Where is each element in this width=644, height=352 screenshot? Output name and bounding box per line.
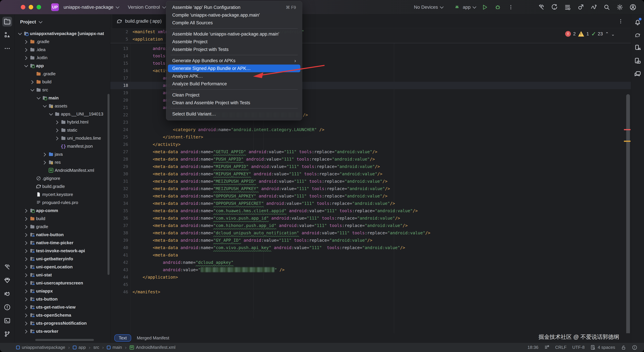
menu-item-clean-project[interactable]: Clean Project (168, 91, 300, 99)
profiler-cat-button[interactable] (2, 289, 12, 299)
more-tools-button[interactable] (2, 43, 12, 53)
chevron-right-icon[interactable] (23, 225, 29, 228)
running-devices-icon[interactable] (634, 57, 641, 64)
chevron-down-icon[interactable] (42, 105, 47, 107)
project-tool-button[interactable] (2, 17, 12, 26)
tab-text-view[interactable]: Text (114, 335, 131, 342)
chevron-down-icon[interactable] (48, 113, 54, 115)
minimize-window-icon[interactable] (29, 5, 33, 9)
chevron-right-icon[interactable] (23, 209, 29, 212)
tree-item-uts-progressnotification[interactable]: uts-progressNotification (14, 319, 110, 327)
code-line-38[interactable]: 38 <meta-data android:name="dcloud_unipu… (110, 229, 631, 237)
code-line-27[interactable]: 27 <meta-data android:name="GETUI_APPID"… (110, 148, 631, 156)
chevron-right-icon[interactable] (23, 56, 29, 59)
chevron-right-icon[interactable] (23, 274, 29, 276)
chevron-right-icon[interactable] (23, 241, 29, 244)
chevron-down-icon[interactable] (36, 96, 41, 99)
code-line-44[interactable]: 44 </application> (110, 274, 631, 281)
warning-stripe-mark[interactable] (624, 141, 630, 142)
sync-project-icon[interactable]: A (551, 3, 558, 11)
chevron-right-icon[interactable] (23, 298, 29, 300)
build-hammer-icon[interactable] (538, 3, 545, 11)
search-icon[interactable] (603, 3, 610, 11)
chevron-right-icon[interactable] (23, 249, 29, 252)
menu-item-assemble-app-run-configuration[interactable]: Assemble 'app' Run Configuration⌘ F9 (168, 3, 300, 11)
chevron-right-icon[interactable] (23, 40, 29, 43)
tree-item-uni_modules.lime[interactable]: uni_modules.lime (14, 134, 110, 142)
chevron-right-icon[interactable] (23, 290, 29, 292)
chevron-right-icon[interactable] (23, 48, 29, 51)
device-manager-icon[interactable] (634, 44, 641, 51)
error-stripe-mark[interactable] (624, 129, 630, 130)
status-4-spaces[interactable]: 4 spaces (590, 345, 615, 350)
menu-item-compile-uniappx-native-package-app-main[interactable]: Compile 'uniappx-native-package.app.main… (168, 11, 300, 19)
debug-button[interactable] (494, 3, 502, 11)
tree-item-main[interactable]: main (14, 94, 110, 102)
more-actions-kebab-icon[interactable] (507, 3, 514, 11)
tree-item-hybrid.html[interactable]: hybrid.html (14, 118, 110, 126)
project-horizontal-scrollbar[interactable] (35, 339, 94, 341)
gem-tool-button[interactable] (2, 276, 12, 285)
terminal-tool-button[interactable] (2, 316, 12, 326)
tree-item-assets[interactable]: assets (14, 102, 110, 110)
project-panel-header[interactable]: Project (14, 14, 110, 29)
editor-kebab-icon[interactable] (618, 18, 624, 24)
code-line-42[interactable]: 42 android:name="dcloud_appkey" (110, 259, 631, 266)
device-selector[interactable]: No Devices (414, 4, 442, 10)
breadcrumb-androidmanifest-xml[interactable]: MAndroidManifest.xml (130, 345, 176, 350)
tree-item-java[interactable]: java (14, 150, 110, 158)
chevron-right-icon[interactable] (42, 161, 47, 164)
inspection-widget[interactable]: ! 2 1 ✓ 23 ⌃ ⌃ (565, 30, 615, 37)
code-line-35[interactable]: 35 <meta-data android:name="com.huawei.h… (110, 207, 631, 215)
status-utf-8[interactable]: UTF-8 (572, 345, 585, 350)
tree-item-build.gradle[interactable]: build.gradle (14, 182, 110, 190)
code-line-24[interactable]: 24 <category android:name="android.inten… (110, 126, 631, 133)
build-tool-button[interactable] (2, 262, 12, 272)
vcs-widget[interactable]: Version Control (128, 4, 165, 10)
chevron-right-icon[interactable] (54, 129, 60, 131)
tree-item-test-invoke-network-api[interactable]: test-invoke-network-api (14, 247, 110, 255)
code-line-40[interactable]: 40 <meta-data android:name="com.vivo.pus… (110, 244, 631, 251)
chevron-right-icon[interactable] (54, 121, 60, 123)
maximize-window-icon[interactable] (36, 5, 41, 9)
menu-item-assemble-project-with-tests[interactable]: Assemble Project with Tests (168, 45, 300, 53)
code-line-28[interactable]: 28 <meta-data android:name="PUSH_APPID" … (110, 156, 631, 163)
chevron-right-icon[interactable] (23, 233, 29, 236)
tree-item-uts-openschema[interactable]: uts-openSchema (14, 311, 110, 319)
code-line-32[interactable]: 32 <meta-data android:name="MEIZUPUSH_AP… (110, 185, 631, 192)
tab-build-gradle[interactable]: build.gradle (:app) (112, 14, 168, 28)
tree-item-uni-stat[interactable]: uni-stat (14, 271, 110, 279)
menu-item-generate-signed-app-bundle-or-apk[interactable]: Generate Signed App Bundle or APK… (168, 64, 300, 72)
breadcrumb-app[interactable]: app (73, 345, 86, 350)
tree-item-apps.__uni__194013[interactable]: apps.__UNI__194013 (14, 110, 110, 118)
code-line-31[interactable]: 31 <meta-data android:name="MEIZUPUSH_AP… (110, 178, 631, 185)
tree-item-app[interactable]: app (14, 62, 110, 70)
menu-item-generate-app-bundles-or-apks[interactable]: Generate App Bundles or APKs› (168, 57, 300, 64)
code-line-30[interactable]: 30 <meta-data android:name="MIPUSH_APPKE… (110, 170, 631, 178)
tree-item-uni-getbatteryinfo[interactable]: uni-getbatteryinfo (14, 255, 110, 263)
breadcrumb-main[interactable]: main (107, 345, 122, 350)
gradle-tool-icon[interactable] (634, 32, 641, 38)
structure-tool-button[interactable] (2, 30, 12, 40)
chevron-down-icon[interactable] (17, 32, 22, 35)
console-lines-icon[interactable] (564, 3, 571, 11)
code-line-43[interactable]: 43 android:value="" /> (110, 266, 631, 274)
tree-item-gradle[interactable]: gradle (14, 223, 110, 231)
code-line-46[interactable]: 46</manifest> (110, 288, 631, 296)
tree-item-build[interactable]: build (14, 215, 110, 223)
code-line-37[interactable]: 37 <meta-data android:name="com.hihonor.… (110, 222, 631, 229)
menu-item-analyze-build-performance[interactable]: Analyze Build Performance (168, 80, 300, 88)
chevron-right-icon[interactable] (42, 153, 47, 156)
run-config-selector[interactable]: app (453, 3, 475, 11)
tree-item-.gitignore[interactable]: .gitignore (14, 174, 110, 182)
tree-item-static[interactable]: static (14, 126, 110, 134)
code-line-25[interactable]: 25 </intent-filter> (110, 133, 631, 141)
menu-item-analyze-apk[interactable]: Analyze APK… (168, 72, 300, 80)
chevron-right-icon[interactable] (23, 282, 29, 284)
tree-item-native-time-picker[interactable]: native-time-picker (14, 239, 110, 247)
status-unlock-icon[interactable] (621, 345, 626, 350)
tree-item-uniappx[interactable]: uniappx (14, 287, 110, 295)
tab-merged-manifest[interactable]: Merged Manifest (137, 336, 170, 341)
chevron-right-icon[interactable] (23, 258, 29, 260)
attach-debugger-icon[interactable] (577, 3, 584, 11)
